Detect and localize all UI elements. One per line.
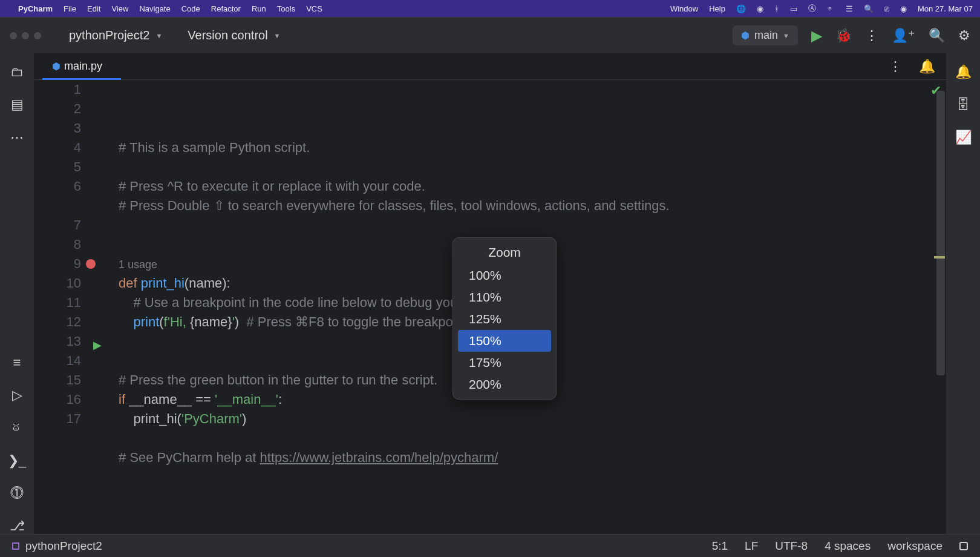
code-line[interactable] xyxy=(119,467,946,487)
line-number[interactable]: 7 xyxy=(34,216,81,235)
tray-icon[interactable]: ⎚ xyxy=(884,4,889,13)
mac-menu-navigate[interactable]: Navigate xyxy=(139,4,170,13)
mac-menu-vcs[interactable]: VCS xyxy=(306,4,322,13)
run-button[interactable]: ▶ xyxy=(811,27,822,44)
line-number[interactable]: 4 xyxy=(34,138,81,157)
chevron-down-icon: ▼ xyxy=(274,32,281,39)
line-number[interactable]: 3 xyxy=(34,119,81,138)
code-line[interactable]: # Press ^R to execute it or replace it w… xyxy=(119,177,946,196)
line-number[interactable]: 1 xyxy=(34,80,81,99)
scroll-thumb[interactable] xyxy=(936,91,945,375)
minimize-window-button[interactable] xyxy=(22,32,29,39)
window-controls[interactable] xyxy=(10,32,41,39)
code-line[interactable]: # See PyCharm help at https://www.jetbra… xyxy=(119,448,946,467)
search-icon[interactable]: 🔍 xyxy=(864,4,874,13)
code-with-me-icon[interactable]: 👤⁺ xyxy=(892,28,915,44)
line-number[interactable]: 9 xyxy=(34,254,81,274)
caret-position[interactable]: 5:1 xyxy=(712,539,728,553)
python-console-icon[interactable]: ఠ xyxy=(11,420,24,436)
mac-menu-code[interactable]: Code xyxy=(181,4,200,13)
maximize-window-button[interactable] xyxy=(34,32,41,39)
line-separator[interactable]: LF xyxy=(745,539,758,553)
mac-menu-edit[interactable]: Edit xyxy=(87,4,100,13)
project-selector[interactable]: pythonProject2 ▼ xyxy=(69,28,162,42)
lang-icon[interactable]: Ⓐ xyxy=(808,3,816,14)
services-icon[interactable]: ▷ xyxy=(12,387,22,403)
zoom-option-200[interactable]: 200% xyxy=(458,374,551,395)
tab-options-icon[interactable]: ⋮ xyxy=(889,59,902,74)
zoom-option-150[interactable]: 150% xyxy=(458,330,551,352)
structure-icon[interactable]: ▤ xyxy=(11,97,24,113)
editor-marker[interactable] xyxy=(934,256,945,259)
mac-datetime[interactable]: Mon 27. Mar 07 xyxy=(918,4,973,13)
zoom-option-110[interactable]: 110% xyxy=(458,286,551,308)
git-icon[interactable]: ⎇ xyxy=(10,518,25,534)
line-number[interactable]: 10 xyxy=(34,274,81,293)
mac-menu-file[interactable]: File xyxy=(64,4,76,13)
line-number[interactable]: 12 xyxy=(34,312,81,332)
tab-mainpy[interactable]: ⬢ main.py xyxy=(42,53,112,79)
line-number[interactable]: 14 xyxy=(34,351,81,371)
line-number[interactable]: 13▶ xyxy=(34,332,81,351)
mac-menu-bar: PyCharm File Edit View Navigate Code Ref… xyxy=(0,0,980,17)
line-number[interactable]: 17 xyxy=(34,409,81,429)
more-actions-button[interactable]: ⋮ xyxy=(865,28,878,44)
mac-menu-refactor[interactable]: Refactor xyxy=(211,4,241,13)
chevron-down-icon: ▼ xyxy=(783,32,789,39)
zoom-option-100[interactable]: 100% xyxy=(458,265,551,286)
zoom-option-125[interactable]: 125% xyxy=(458,308,551,330)
project-name-label: pythonProject2 xyxy=(69,28,149,42)
mac-menu-help[interactable]: Help xyxy=(709,4,725,13)
code-line[interactable]: print_hi('PyCharm') xyxy=(119,409,946,429)
problems-icon[interactable]: ⓵ xyxy=(10,486,24,501)
wifi-icon[interactable]: ᯤ xyxy=(827,4,835,13)
bluetooth-icon[interactable]: ᚼ xyxy=(774,4,779,13)
terminal-icon[interactable]: ❯_ xyxy=(8,453,26,469)
lock-icon[interactable] xyxy=(959,542,968,550)
control-center-icon[interactable]: ☰ xyxy=(846,4,853,13)
python-packages-icon[interactable]: ≡ xyxy=(13,355,21,371)
tab-label: main.py xyxy=(64,60,102,73)
zoom-option-175[interactable]: 175% xyxy=(458,352,551,374)
line-number[interactable]: 6 xyxy=(34,177,81,196)
editor-tabs: ⬢ main.py ⋮ 🔔 xyxy=(34,53,946,80)
line-number[interactable]: 16 xyxy=(34,390,81,409)
file-encoding[interactable]: UTF-8 xyxy=(775,539,808,553)
battery-icon[interactable]: ▭ xyxy=(790,4,797,13)
sci-view-icon[interactable]: 📈 xyxy=(955,130,972,145)
code-line[interactable] xyxy=(119,216,946,235)
zoom-popup-title: Zoom xyxy=(453,238,556,265)
indent-setting[interactable]: 4 spaces xyxy=(825,539,871,553)
notifications-icon[interactable]: 🔔 xyxy=(955,64,972,80)
code-line[interactable]: # This is a sample Python script. xyxy=(119,138,946,157)
code-line[interactable] xyxy=(119,157,946,177)
notifications-icon[interactable]: 🔔 xyxy=(919,59,935,74)
mac-menu-run[interactable]: Run xyxy=(252,4,266,13)
workspace-label[interactable]: workspace xyxy=(887,539,942,553)
project-status-icon[interactable] xyxy=(12,542,19,550)
status-project-label[interactable]: pythonProject2 xyxy=(25,539,102,553)
siri-icon[interactable]: ◉ xyxy=(900,4,907,13)
globe-icon[interactable]: 🌐 xyxy=(736,4,746,13)
record-icon[interactable]: ◉ xyxy=(757,4,763,13)
line-number[interactable]: 2 xyxy=(34,99,81,119)
debug-button[interactable]: 🐞 xyxy=(835,28,852,44)
more-tools-icon[interactable]: ⋯ xyxy=(10,130,24,145)
line-number[interactable]: 8 xyxy=(34,235,81,254)
database-icon[interactable]: 🗄 xyxy=(956,97,970,113)
settings-icon[interactable]: ⚙ xyxy=(958,28,970,44)
line-number[interactable]: 11 xyxy=(34,293,81,312)
line-number[interactable]: 15 xyxy=(34,371,81,390)
search-everywhere-icon[interactable]: 🔍 xyxy=(929,28,945,44)
run-configuration-selector[interactable]: ⬢ main ▼ xyxy=(733,25,798,45)
code-line[interactable] xyxy=(119,429,946,448)
mac-menu-window[interactable]: Window xyxy=(670,4,698,13)
code-line[interactable]: # Press Double ⇧ to search everywhere fo… xyxy=(119,196,946,216)
mac-menu-tools[interactable]: Tools xyxy=(277,4,295,13)
close-window-button[interactable] xyxy=(10,32,17,39)
line-number[interactable]: 5 xyxy=(34,157,81,177)
mac-menu-view[interactable]: View xyxy=(111,4,128,13)
vcs-widget[interactable]: Version control ▼ xyxy=(188,28,280,42)
mac-menu-app[interactable]: PyCharm xyxy=(18,4,53,13)
project-view-icon[interactable]: 🗀 xyxy=(10,64,24,80)
